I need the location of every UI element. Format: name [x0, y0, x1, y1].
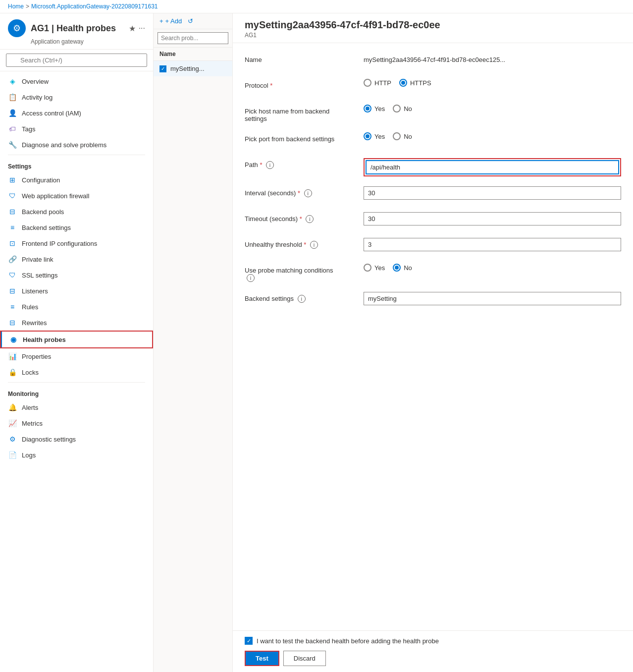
diagnostic-icon: ⚙: [8, 435, 17, 444]
discard-button[interactable]: Discard: [283, 651, 326, 666]
sidebar-item-rules[interactable]: ≡ Rules: [0, 299, 153, 315]
overview-icon: ◈: [8, 77, 17, 86]
protocol-http-option[interactable]: HTTP: [364, 79, 391, 87]
pick-port-yes-option[interactable]: Yes: [364, 132, 385, 140]
pick-host-yes-option[interactable]: Yes: [364, 105, 385, 112]
test-button[interactable]: Test: [245, 651, 279, 666]
sidebar-item-configuration[interactable]: ⊞ Configuration: [0, 172, 153, 188]
pick-port-label: Pick port from backend settings: [245, 132, 364, 143]
interval-input[interactable]: [364, 186, 621, 200]
sidebar-item-access-control[interactable]: 👤 Access control (IAM): [0, 105, 153, 121]
sidebar-item-activity-log[interactable]: 📋 Activity log: [0, 89, 153, 105]
probe-matching-no-option[interactable]: No: [393, 264, 412, 272]
breadcrumb-home[interactable]: Home: [8, 3, 24, 10]
probe-matching-radio-group: Yes No: [364, 264, 412, 272]
unhealthy-input[interactable]: [364, 238, 621, 251]
add-button[interactable]: + + Add: [159, 17, 182, 25]
ssl-icon: 🛡: [8, 271, 17, 280]
sidebar-item-backend-settings[interactable]: ≡ Backend settings: [0, 220, 153, 235]
refresh-button[interactable]: ↺: [188, 17, 193, 25]
sidebar-item-diagnostic-settings[interactable]: ⚙ Diagnostic settings: [0, 431, 153, 447]
protocol-control: HTTP HTTPS: [364, 79, 621, 87]
sidebar-label-private-link: Private link: [22, 256, 53, 263]
timeout-label: Timeout (seconds) * i: [245, 212, 364, 223]
sidebar-item-listeners[interactable]: ⊟ Listeners: [0, 283, 153, 299]
sidebar-item-rewrites[interactable]: ⊟ Rewrites: [0, 315, 153, 331]
timeout-required-star: *: [300, 215, 302, 223]
backend-settings-label: Backend settings i: [245, 292, 364, 303]
search-input[interactable]: [6, 54, 147, 67]
health-probes-icon: ◉: [9, 335, 18, 344]
sidebar-label-properties: Properties: [22, 353, 51, 360]
probe-matching-info-icon[interactable]: i: [247, 274, 255, 282]
middle-search-input[interactable]: [158, 32, 228, 44]
monitoring-divider: [8, 382, 145, 383]
activity-log-icon: 📋: [8, 93, 17, 102]
unhealthy-info-icon[interactable]: i: [310, 241, 318, 249]
http-label: HTTP: [374, 79, 391, 87]
sidebar-nav: ◈ Overview 📋 Activity log 👤 Access contr…: [0, 71, 153, 672]
sidebar-label-rules: Rules: [22, 303, 38, 311]
bottom-area: ✓ I want to test the backend health befo…: [233, 630, 633, 672]
sidebar-label-backend-pools: Backend pools: [22, 208, 64, 216]
sidebar-label-overview: Overview: [22, 78, 49, 85]
path-input[interactable]: [367, 161, 618, 173]
rewrites-icon: ⊟: [8, 318, 17, 327]
diagnose-icon: 🔧: [8, 140, 17, 149]
sidebar-item-alerts[interactable]: 🔔 Alerts: [0, 399, 153, 415]
https-label: HTTPS: [410, 79, 431, 87]
sidebar-item-logs[interactable]: 📄 Logs: [0, 447, 153, 463]
timeout-input[interactable]: [364, 212, 621, 225]
probe-matching-yes-option[interactable]: Yes: [364, 264, 385, 272]
pick-port-no-option[interactable]: No: [393, 132, 412, 140]
path-info-icon[interactable]: i: [266, 161, 274, 169]
probe-matching-no-circle: [393, 264, 401, 272]
interval-info-icon[interactable]: i: [304, 189, 312, 197]
unhealthy-required-star: *: [304, 241, 306, 248]
probe-matching-control: Yes No: [364, 264, 621, 272]
pick-host-no-option[interactable]: No: [393, 105, 412, 112]
middle-list-item[interactable]: ✓ mySetting...: [154, 61, 232, 76]
timeout-info-icon[interactable]: i: [306, 215, 314, 223]
breadcrumb-resource[interactable]: Microsoft.ApplicationGateway-20220809171…: [31, 3, 158, 10]
interval-control: [364, 186, 621, 200]
sidebar-item-private-link[interactable]: 🔗 Private link: [0, 251, 153, 267]
middle-panel: + + Add ↺ Name ✓ mySetting...: [154, 13, 233, 672]
tags-icon: 🏷: [8, 124, 17, 133]
path-row: Path * i: [245, 158, 621, 176]
sidebar-item-properties[interactable]: 📊 Properties: [0, 348, 153, 364]
sidebar-item-health-probes[interactable]: ◉ Health probes: [0, 331, 153, 348]
sidebar-item-ssl-settings[interactable]: 🛡 SSL settings: [0, 267, 153, 283]
pick-port-row: Pick port from backend settings Yes No: [245, 132, 621, 148]
metrics-icon: 📈: [8, 419, 17, 428]
sidebar-item-locks[interactable]: 🔒 Locks: [0, 364, 153, 380]
sidebar-label-tags: Tags: [22, 125, 35, 133]
more-options-icon[interactable]: ···: [139, 24, 145, 33]
locks-icon: 🔒: [8, 368, 17, 377]
name-value: mySetting2aa43956-47cf-4f91-bd78-ec0eec1…: [364, 53, 621, 63]
timeout-control: [364, 212, 621, 225]
protocol-label: Protocol *: [245, 79, 364, 89]
pick-port-yes-label: Yes: [374, 133, 385, 140]
favorite-icon[interactable]: ★: [129, 24, 136, 33]
backend-settings-input[interactable]: [364, 292, 621, 305]
sidebar-item-web-app-firewall[interactable]: 🛡 Web application firewall: [0, 188, 153, 204]
protocol-https-option[interactable]: HTTPS: [399, 79, 431, 87]
unhealthy-row: Unhealthy threshold * i: [245, 238, 621, 254]
sidebar-item-overview[interactable]: ◈ Overview: [0, 73, 153, 89]
sidebar-item-backend-pools[interactable]: ⊟ Backend pools: [0, 204, 153, 220]
pick-port-no-label: No: [404, 133, 412, 140]
sidebar-item-tags[interactable]: 🏷 Tags: [0, 121, 153, 137]
backend-settings-info-icon[interactable]: i: [298, 295, 306, 303]
waf-icon: 🛡: [8, 191, 17, 200]
sidebar-label-activity-log: Activity log: [22, 94, 53, 101]
test-checkbox[interactable]: ✓: [245, 637, 253, 645]
list-item-checkbox: ✓: [159, 65, 166, 72]
backend-pools-icon: ⊟: [8, 207, 17, 216]
name-row: Name mySetting2aa43956-47cf-4f91-bd78-ec…: [245, 53, 621, 69]
sidebar-item-frontend-ip[interactable]: ⊡ Frontend IP configurations: [0, 235, 153, 251]
sidebar-item-metrics[interactable]: 📈 Metrics: [0, 415, 153, 431]
add-icon: +: [159, 17, 163, 25]
sidebar-label-configuration: Configuration: [22, 176, 60, 184]
sidebar-item-diagnose[interactable]: 🔧 Diagnose and solve problems: [0, 137, 153, 153]
